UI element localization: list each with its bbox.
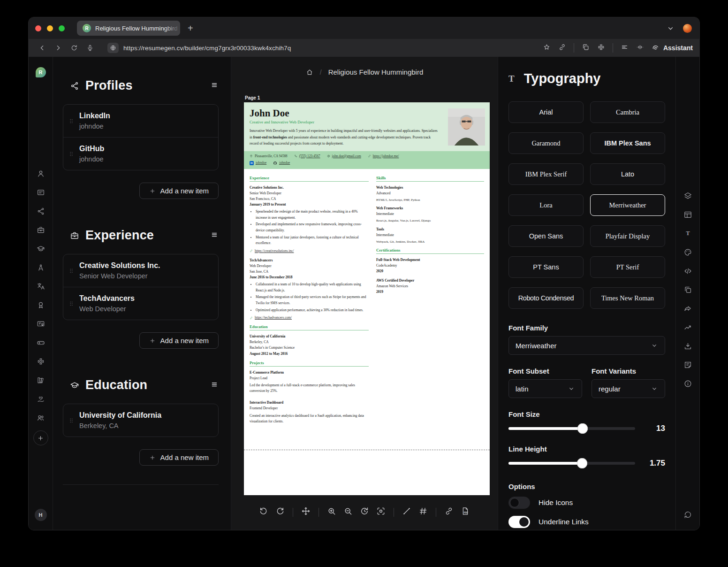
pan-icon[interactable] <box>301 506 311 518</box>
volunteering-icon[interactable] <box>37 395 45 403</box>
contact-github[interactable]: johndoe <box>273 161 290 165</box>
drag-handle-icon[interactable] <box>63 118 79 124</box>
education-icon[interactable] <box>37 245 45 253</box>
zoom-out-icon[interactable] <box>343 506 353 518</box>
font-size-slider[interactable] <box>508 422 635 435</box>
user-avatar[interactable]: H <box>35 509 47 521</box>
information-icon[interactable] <box>683 379 692 388</box>
custom-css-icon[interactable] <box>683 267 692 276</box>
font-option-arial[interactable]: Arial <box>508 101 584 123</box>
resume-link[interactable]: https://creativesolutions.inc/ <box>250 248 369 254</box>
theme-icon[interactable] <box>683 248 692 257</box>
font-option-pt-sans[interactable]: PT Sans <box>508 256 584 278</box>
reload-icon[interactable] <box>67 41 81 55</box>
awards-icon[interactable] <box>37 301 45 309</box>
contact-email[interactable]: john.doe@gmail.com <box>327 154 361 158</box>
tab-list-chevron-icon[interactable] <box>667 24 675 32</box>
new-tab-button[interactable]: + <box>188 23 193 33</box>
bookmark-star-icon[interactable] <box>543 43 551 53</box>
languages-icon[interactable] <box>37 282 45 291</box>
minimize-window-button[interactable] <box>47 25 53 31</box>
contact-phone[interactable]: (555) 123-4567 <box>294 154 320 158</box>
back-icon[interactable] <box>35 41 49 55</box>
font-family-select[interactable]: Merriweather <box>508 336 665 355</box>
section-menu-icon[interactable] <box>210 230 219 241</box>
font-option-roboto-condensed[interactable]: Roboto Condensed <box>508 287 584 309</box>
browser-profile-avatar[interactable] <box>683 24 692 33</box>
font-option-open-sans[interactable]: Open Sans <box>508 225 584 247</box>
font-option-cambria[interactable]: Cambria <box>590 101 665 123</box>
drag-handle-icon[interactable] <box>63 268 79 274</box>
underline-links-toggle[interactable] <box>508 516 530 528</box>
experience-icon[interactable] <box>37 226 45 234</box>
projects-icon[interactable] <box>37 357 45 366</box>
sidebar-wave-icon[interactable] <box>636 43 644 53</box>
certifications-icon[interactable] <box>37 320 45 328</box>
download-pdf-icon[interactable] <box>461 506 470 518</box>
line-height-slider[interactable] <box>508 457 635 469</box>
copy-link-icon[interactable] <box>444 506 454 518</box>
sharing-icon[interactable] <box>683 304 692 313</box>
fit-to-screen-icon[interactable] <box>376 506 386 518</box>
reset-zoom-icon[interactable] <box>360 506 369 518</box>
zoom-in-icon[interactable] <box>327 506 336 518</box>
font-variants-select[interactable]: regular <box>592 379 665 398</box>
slider-thumb[interactable] <box>577 458 587 468</box>
font-option-times-new-roman[interactable]: Times New Roman <box>590 287 665 309</box>
font-option-garamond[interactable]: Garamond <box>508 132 584 154</box>
copy-link-icon[interactable] <box>558 43 566 53</box>
resume-page[interactable]: John Doe Creative and Innovative Web Dev… <box>244 102 490 495</box>
assistant-button[interactable]: Assistant <box>652 44 693 52</box>
app-logo[interactable]: R <box>36 67 46 77</box>
template-icon[interactable] <box>683 192 692 200</box>
drag-handle-icon[interactable] <box>63 300 79 307</box>
contact-website[interactable]: https://johndoe.me/ <box>368 154 399 158</box>
browser-tab[interactable]: R Religious Fellow Hummingbird <box>77 21 180 36</box>
home-icon[interactable] <box>306 69 313 76</box>
references-icon[interactable] <box>37 414 45 422</box>
font-option-pt-serif[interactable]: PT Serif <box>590 256 665 278</box>
page-icon[interactable] <box>683 285 692 294</box>
basics-icon[interactable] <box>37 169 45 178</box>
list-item[interactable]: GitHub johndoe <box>63 137 218 170</box>
statistics-icon[interactable] <box>683 323 692 332</box>
publications-icon[interactable] <box>37 376 45 384</box>
history-icon[interactable] <box>683 510 692 519</box>
microphone-icon[interactable] <box>83 41 97 55</box>
section-menu-icon[interactable] <box>210 380 219 391</box>
close-window-button[interactable] <box>35 25 41 31</box>
list-item[interactable]: University of California Berkeley, CA <box>63 404 218 437</box>
interests-icon[interactable] <box>37 338 45 347</box>
font-subset-select[interactable]: latin <box>508 379 582 398</box>
add-new-item-button[interactable]: Add a new item <box>139 449 219 466</box>
font-option-ibm-plex-serif[interactable]: IBM Plex Serif <box>508 163 584 185</box>
summary-icon[interactable] <box>37 188 45 197</box>
reader-mode-icon[interactable] <box>621 43 629 53</box>
address-bar[interactable]: https://resumegen.cv/builder/cmg7grx3r00… <box>123 45 291 52</box>
site-info-chip[interactable] <box>107 43 119 53</box>
typography-tab-icon[interactable] <box>683 229 692 238</box>
forward-icon[interactable] <box>51 41 65 55</box>
drag-handle-icon[interactable] <box>63 151 79 157</box>
resume-link[interactable]: https://techadvancers.com/ <box>250 315 369 321</box>
font-option-ibm-plex-sans[interactable]: IBM Plex Sans <box>590 132 665 154</box>
hide-icons-toggle[interactable] <box>508 497 530 509</box>
font-option-lato[interactable]: Lato <box>590 163 665 185</box>
extensions-icon[interactable] <box>597 43 605 53</box>
drag-handle-icon[interactable] <box>63 417 79 424</box>
list-item[interactable]: TechAdvancers Web Developer <box>63 287 218 320</box>
list-item[interactable]: Creative Solutions Inc. Senior Web Devel… <box>63 254 218 287</box>
layout-icon[interactable] <box>683 210 692 219</box>
list-item[interactable]: LinkedIn johndoe <box>63 105 218 137</box>
export-icon[interactable] <box>683 342 692 351</box>
font-option-playfair-display[interactable]: Playfair Display <box>590 225 665 247</box>
contact-linkedin[interactable]: injohndoe <box>250 161 266 165</box>
font-option-lora[interactable]: Lora <box>508 194 584 216</box>
slider-thumb[interactable] <box>577 423 588 434</box>
add-new-item-button[interactable]: Add a new item <box>139 183 219 199</box>
profiles-icon[interactable] <box>37 207 45 215</box>
section-menu-icon[interactable] <box>210 81 219 91</box>
maximize-window-button[interactable] <box>59 25 65 31</box>
add-section-button[interactable] <box>33 430 48 445</box>
page-numbers-icon[interactable] <box>418 506 428 518</box>
